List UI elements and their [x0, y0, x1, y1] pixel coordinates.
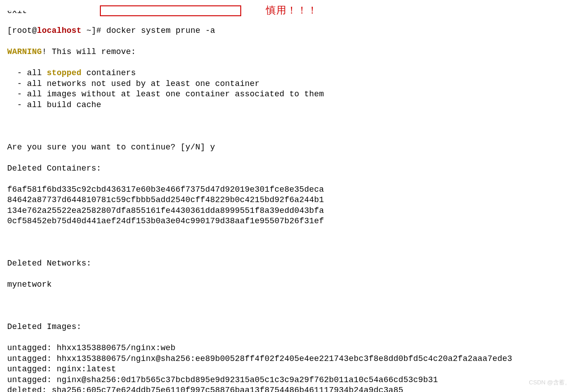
hostname: localhost	[37, 26, 81, 35]
deleted-networks-label: Deleted Networks:	[7, 258, 576, 269]
deleted-networks-list: mynetwork	[7, 279, 576, 290]
deleted-images-label: Deleted Images:	[7, 322, 576, 333]
deleted-container-id: 84642a87737d644810781c59cfbbb5add2540cff…	[7, 195, 576, 206]
deleted-containers-list: f6af581f6bd335c92cbd436317e60b3e466f7375…	[7, 185, 576, 227]
annotation-text: 慎用！！！	[266, 5, 318, 16]
deleted-containers-label: Deleted Containers:	[7, 163, 576, 174]
deleted-image-line: untagged: nginx@sha256:0d17b565c37bcbd89…	[7, 375, 576, 386]
deleted-container-id: 134e762a25522ea2582807dfa855161fe4430361…	[7, 206, 576, 216]
deleted-image-line: untagged: nginx:latest	[7, 364, 576, 375]
remove-item: - all images without at least one contai…	[7, 89, 576, 100]
warning-label: WARNING	[7, 47, 42, 56]
blank-line	[7, 121, 576, 132]
remove-list: - all stopped containers - all networks …	[7, 68, 576, 110]
blank-line	[7, 237, 576, 248]
deleted-network-name: mynetwork	[7, 279, 576, 290]
remove-item: - all stopped containers	[7, 68, 576, 79]
watermark: CSDN @含蓄。	[529, 377, 571, 388]
command: docker system prune -a	[106, 26, 215, 35]
warning-line: WARNING! This will remove:	[7, 47, 576, 58]
remove-item: - all build cache	[7, 100, 576, 111]
deleted-container-id: 0cf58452eb75d40d441aef24df153b0a3e04c990…	[7, 216, 576, 227]
terminal[interactable]: exit [root@localhost ~]# docker system p…	[0, 0, 576, 392]
confirm-prompt: Are you sure you want to continue? [y/N]…	[7, 142, 576, 153]
deleted-images-list: untagged: hhxx1353880675/nginx:webuntagg…	[7, 343, 576, 392]
blank-line	[7, 301, 576, 311]
remove-item: - all networks not used by at least one …	[7, 79, 576, 90]
deleted-image-line: untagged: hhxx1353880675/nginx:web	[7, 343, 576, 354]
deleted-image-line: untagged: hhxx1353880675/nginx@sha256:ee…	[7, 354, 576, 365]
prompt-line-1: [root@localhost ~]# docker system prune …	[7, 26, 576, 36]
deleted-image-line: deleted: sha256:605c77e624ddb75e6110f997…	[7, 385, 576, 392]
deleted-container-id: f6af581f6bd335c92cbd436317e60b3e466f7375…	[7, 185, 576, 195]
